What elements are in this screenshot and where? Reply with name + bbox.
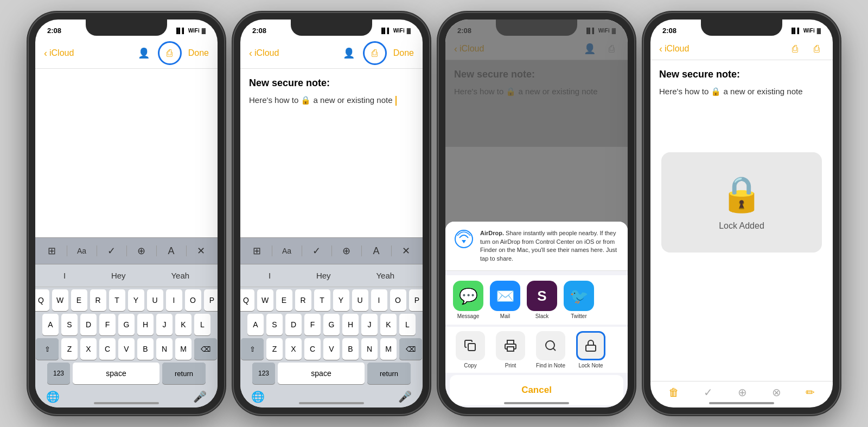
key-Q[interactable]: Q bbox=[35, 289, 49, 311]
format-icon-2[interactable]: Aa bbox=[278, 242, 296, 260]
mic-icon-2[interactable]: 🎤 bbox=[398, 390, 412, 403]
app-twitter[interactable]: 🐦 Twitter bbox=[564, 281, 594, 319]
close-icon-1[interactable]: ✕ bbox=[193, 242, 210, 260]
suggestion-1-3[interactable]: Yeah bbox=[167, 269, 194, 282]
app-slack[interactable]: S Slack bbox=[527, 281, 557, 319]
key2-D[interactable]: D bbox=[285, 314, 302, 335]
key-V[interactable]: V bbox=[118, 338, 135, 360]
key2-W[interactable]: W bbox=[257, 289, 273, 311]
nav-done-1[interactable]: Done bbox=[188, 48, 209, 58]
key2-H[interactable]: H bbox=[342, 314, 359, 335]
action-lock-note[interactable]: Lock Note bbox=[573, 331, 608, 368]
key-E[interactable]: E bbox=[71, 289, 87, 311]
close-icon-2[interactable]: ✕ bbox=[398, 242, 415, 260]
key-J[interactable]: J bbox=[156, 314, 173, 335]
key2-T[interactable]: T bbox=[314, 289, 330, 311]
trash-icon[interactable]: 🗑 bbox=[668, 386, 679, 399]
key-R[interactable]: R bbox=[90, 289, 106, 311]
key-U[interactable]: U bbox=[147, 289, 163, 311]
nav-back-4[interactable]: ‹ iCloud bbox=[659, 43, 689, 55]
key2-Z[interactable]: Z bbox=[266, 338, 283, 360]
key-space[interactable]: space bbox=[73, 363, 159, 384]
key-H[interactable]: H bbox=[137, 314, 154, 335]
globe-icon-1[interactable]: 🌐 bbox=[46, 390, 60, 403]
nav-back-2[interactable]: ‹ iCloud bbox=[249, 48, 279, 59]
key-Y[interactable]: Y bbox=[128, 289, 144, 311]
suggestion-1-1[interactable]: I bbox=[59, 269, 70, 282]
key2-K[interactable]: K bbox=[380, 314, 397, 335]
key-K[interactable]: K bbox=[175, 314, 192, 335]
key-O[interactable]: O bbox=[185, 289, 201, 311]
pen-icon-2[interactable]: A bbox=[368, 242, 385, 260]
key2-O[interactable]: O bbox=[390, 289, 406, 311]
suggestion-2-2[interactable]: Hey bbox=[312, 269, 335, 282]
key-G[interactable]: G bbox=[118, 314, 135, 335]
key2-S[interactable]: S bbox=[266, 314, 283, 335]
globe-icon-2[interactable]: 🌐 bbox=[251, 390, 265, 403]
suggestion-1-2[interactable]: Hey bbox=[107, 269, 130, 282]
app-message[interactable]: 💬 Message bbox=[453, 281, 483, 319]
key2-Q[interactable]: Q bbox=[240, 289, 254, 311]
compose-icon-4[interactable]: ✏ bbox=[806, 386, 815, 399]
share-button-highlighted-2[interactable]: ⎙ bbox=[363, 41, 387, 65]
key2-B[interactable]: B bbox=[342, 338, 359, 360]
key2-C[interactable]: C bbox=[304, 338, 321, 360]
person-icon-2[interactable]: 👤 bbox=[341, 46, 356, 61]
share-up-icon-4[interactable]: ⎙ bbox=[787, 41, 802, 56]
key2-M[interactable]: M bbox=[380, 338, 397, 360]
key-backspace[interactable]: ⌫ bbox=[194, 338, 217, 360]
share-button-highlighted-1[interactable]: ⎙ bbox=[158, 41, 182, 65]
key2-U[interactable]: U bbox=[352, 289, 368, 311]
key-P[interactable]: P bbox=[204, 289, 218, 311]
key-D[interactable]: D bbox=[80, 314, 97, 335]
key-S[interactable]: S bbox=[61, 314, 78, 335]
key-Z[interactable]: Z bbox=[61, 338, 78, 360]
key-F[interactable]: F bbox=[99, 314, 116, 335]
key2-V[interactable]: V bbox=[323, 338, 340, 360]
action-copy[interactable]: Copy bbox=[453, 331, 488, 368]
plus-circle-icon-1[interactable]: ⊕ bbox=[133, 242, 150, 260]
key2-return[interactable]: return bbox=[367, 363, 411, 384]
key2-X[interactable]: X bbox=[285, 338, 302, 360]
key2-N[interactable]: N bbox=[361, 338, 378, 360]
key-return[interactable]: return bbox=[162, 363, 206, 384]
key-W[interactable]: W bbox=[52, 289, 68, 311]
person-icon-1[interactable]: 👤 bbox=[136, 46, 151, 61]
key2-backspace[interactable]: ⌫ bbox=[399, 338, 422, 360]
nav-back-1[interactable]: ‹ iCloud bbox=[44, 48, 74, 59]
key-N[interactable]: N bbox=[156, 338, 173, 360]
key2-123[interactable]: 123 bbox=[252, 363, 275, 384]
format-icon-1[interactable]: Aa bbox=[73, 242, 91, 260]
suggestion-2-1[interactable]: I bbox=[264, 269, 275, 282]
mic-icon-1[interactable]: 🎤 bbox=[193, 390, 207, 403]
key2-J[interactable]: J bbox=[361, 314, 378, 335]
suggestion-2-3[interactable]: Yeah bbox=[372, 269, 399, 282]
key2-I[interactable]: I bbox=[371, 289, 387, 311]
action-find-in-note[interactable]: Find in Note bbox=[533, 331, 568, 368]
add-icon-4[interactable]: ⊕ bbox=[738, 386, 747, 399]
key-M[interactable]: M bbox=[175, 338, 192, 360]
key-B[interactable]: B bbox=[137, 338, 154, 360]
key-A[interactable]: A bbox=[42, 314, 59, 335]
app-mail[interactable]: ✉️ Mail bbox=[490, 281, 520, 319]
key-C[interactable]: C bbox=[99, 338, 116, 360]
key2-space[interactable]: space bbox=[278, 363, 365, 384]
key-123[interactable]: 123 bbox=[47, 363, 70, 384]
key2-shift[interactable]: ⇧ bbox=[241, 338, 264, 360]
check-icon-2[interactable]: ✓ bbox=[308, 242, 326, 260]
pen-icon-4[interactable]: ⊗ bbox=[772, 386, 781, 399]
check-icon-4[interactable]: ✓ bbox=[704, 386, 713, 399]
plus-circle-icon-2[interactable]: ⊕ bbox=[338, 242, 355, 260]
key-X[interactable]: X bbox=[80, 338, 97, 360]
key-L[interactable]: L bbox=[194, 314, 210, 335]
table-icon-2[interactable]: ⊞ bbox=[248, 242, 266, 260]
key2-F[interactable]: F bbox=[304, 314, 321, 335]
action-print[interactable]: Print bbox=[493, 331, 528, 368]
cancel-button[interactable]: Cancel bbox=[457, 379, 616, 401]
key-T[interactable]: T bbox=[109, 289, 125, 311]
key2-L[interactable]: L bbox=[399, 314, 416, 335]
key-I[interactable]: I bbox=[166, 289, 182, 311]
key2-P[interactable]: P bbox=[409, 289, 423, 311]
share-icon-4b[interactable]: ⎙ bbox=[809, 41, 824, 56]
key2-G[interactable]: G bbox=[323, 314, 340, 335]
